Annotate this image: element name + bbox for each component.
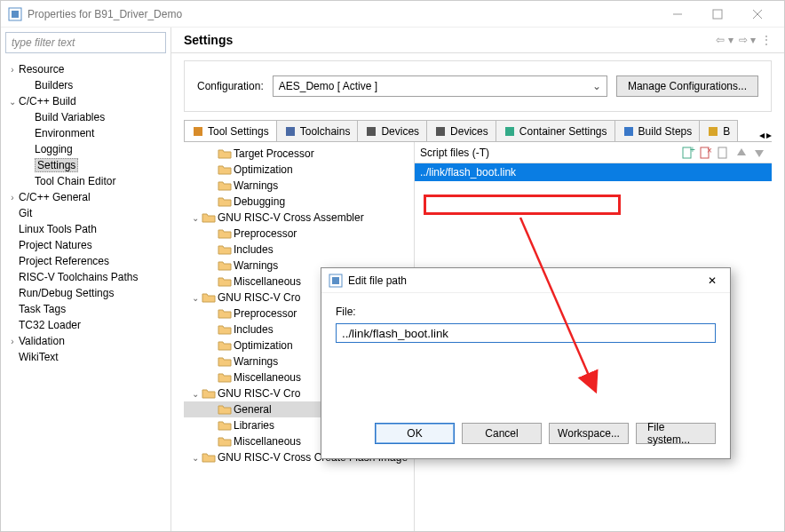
tab-build-steps[interactable]: Build Steps [615, 120, 701, 141]
setting-label: Miscellaneous [234, 435, 301, 448]
svg-text:×: × [707, 146, 712, 155]
properties-window: Properties for B91_Driver_Demo type filt… [0, 0, 785, 532]
nav-item-builders[interactable]: Builders [1, 77, 170, 93]
setting-label: Miscellaneous [234, 275, 301, 288]
tab-label: Devices [450, 125, 488, 138]
move-up-icon[interactable] [734, 146, 749, 160]
expand-icon[interactable]: ⌄ [6, 97, 19, 107]
workspace-button[interactable]: Workspace... [549, 423, 629, 444]
nav-item-label: Builders [35, 79, 73, 91]
expand-icon[interactable]: ⌄ [189, 213, 202, 223]
svg-rect-3 [713, 10, 722, 19]
svg-rect-10 [505, 127, 514, 136]
nav-item-build-variables[interactable]: Build Variables [1, 109, 170, 125]
steps-icon [622, 125, 635, 138]
dialog-close-button[interactable]: ✕ [702, 274, 723, 287]
nav-item-label: Environment [35, 127, 94, 139]
tab-label: Tool Settings [208, 125, 269, 138]
nav-item-settings[interactable]: Settings [1, 157, 170, 173]
setting-debugging[interactable]: Debugging [184, 194, 414, 210]
tab-label: B [723, 125, 730, 138]
tab-label: Container Settings [519, 125, 607, 138]
tab-tool-settings[interactable]: Tool Settings [184, 120, 277, 141]
svg-rect-6 [194, 127, 202, 136]
tab-container-settings[interactable]: Container Settings [496, 120, 615, 141]
nav-item-label: Run/Debug Settings [19, 287, 114, 299]
nav-item-tc32-loader[interactable]: TC32 Loader [1, 317, 170, 333]
configuration-label: Configuration: [197, 80, 264, 92]
configuration-value: AES_Demo [ Active ] [279, 80, 377, 92]
setting-target-processor[interactable]: Target Processor [184, 146, 414, 162]
nav-item-project-references[interactable]: Project References [1, 253, 170, 269]
maximize-button[interactable] [697, 2, 737, 27]
expand-icon[interactable]: ⌄ [189, 389, 202, 399]
file-path-input[interactable] [336, 323, 716, 343]
tab-devices[interactable]: Devices [426, 120, 496, 141]
filesystem-button[interactable]: File system... [636, 423, 716, 444]
svg-text:+: + [690, 146, 695, 155]
nav-item-project-natures[interactable]: Project Natures [1, 237, 170, 253]
expand-icon[interactable]: ⌄ [189, 293, 202, 303]
expand-icon[interactable]: › [6, 193, 19, 202]
script-files-title: Script files (-T) [420, 147, 681, 159]
manage-configurations-button[interactable]: Manage Configurations... [616, 75, 758, 97]
setting-optimization[interactable]: Optimization [184, 162, 414, 178]
expand-icon[interactable]: › [6, 337, 19, 346]
setting-label: Preprocessor [234, 227, 297, 240]
configuration-select[interactable]: AES_Demo [ Active ] ⌄ [273, 75, 607, 97]
minimize-button[interactable] [657, 2, 697, 27]
nav-item-wikitext[interactable]: WikiText [1, 349, 170, 365]
nav-item-logging[interactable]: Logging [1, 141, 170, 157]
nav-back-icon[interactable]: ⇦ ▾ [716, 34, 733, 46]
menu-icon[interactable]: ⋮ [761, 34, 772, 46]
nav-item-validation[interactable]: ›Validation [1, 333, 170, 349]
nav-item-environment[interactable]: Environment [1, 125, 170, 141]
expand-icon[interactable]: ⌄ [189, 453, 202, 463]
nav-item-label: Resource [19, 63, 64, 75]
setting-label: Preprocessor [234, 307, 297, 320]
nav-item-label: Project Natures [19, 239, 92, 251]
setting-label: Miscellaneous [234, 371, 301, 384]
nav-item-resource[interactable]: ›Resource [1, 61, 170, 77]
remove-icon[interactable]: × [699, 146, 713, 160]
nav-item-c-c-general[interactable]: ›C/C++ General [1, 189, 170, 205]
tab-scroll-left-icon[interactable]: ◂ [759, 129, 765, 141]
setting-label: Includes [234, 243, 274, 256]
nav-item-label: Task Tags [19, 303, 66, 315]
setting-label: GNU RISC-V Cro [218, 387, 300, 400]
tab-b[interactable]: B [699, 120, 738, 141]
nav-fwd-icon[interactable]: ⇨ ▾ [739, 34, 756, 46]
expand-icon[interactable]: › [6, 65, 19, 75]
cancel-button[interactable]: Cancel [462, 423, 542, 444]
nav-item-run-debug-settings[interactable]: Run/Debug Settings [1, 285, 170, 301]
script-file-item[interactable]: ../link/flash_boot.link [415, 163, 772, 181]
nav-item-label: Tool Chain Editor [35, 175, 115, 187]
nav-item-git[interactable]: Git [1, 205, 170, 221]
nav-item-label: TC32 Loader [19, 319, 81, 331]
tab-label: Devices [381, 125, 419, 138]
setting-gnu-risc-v-cross-assembler[interactable]: ⌄GNU RISC-V Cross Assembler [184, 210, 414, 226]
nav-item-task-tags[interactable]: Task Tags [1, 301, 170, 317]
nav-item-linux-tools-path[interactable]: Linux Tools Path [1, 221, 170, 237]
tab-toolchains[interactable]: Toolchains [276, 120, 359, 141]
move-down-icon[interactable] [752, 146, 766, 160]
setting-preprocessor[interactable]: Preprocessor [184, 226, 414, 242]
setting-warnings[interactable]: Warnings [184, 178, 414, 194]
tab-devices[interactable]: Devices [357, 120, 427, 141]
close-button[interactable] [737, 2, 777, 27]
tab-label: Build Steps [638, 125, 693, 138]
setting-label: Optimization [234, 163, 293, 176]
add-icon[interactable]: + [681, 146, 695, 160]
setting-label: Libraries [234, 419, 274, 432]
tab-scroll-right-icon[interactable]: ▸ [766, 129, 772, 141]
ok-button[interactable]: OK [375, 423, 455, 444]
setting-includes[interactable]: Includes [184, 242, 414, 258]
svg-rect-7 [286, 127, 295, 136]
nav-item-c-c-build[interactable]: ⌄C/C++ Build [1, 93, 170, 109]
edit-icon[interactable] [717, 146, 731, 160]
edit-file-path-dialog: Edit file path ✕ File: OK Cancel Workspa… [321, 267, 731, 459]
filter-input[interactable]: type filter text [5, 32, 166, 53]
nav-item-risc-v-toolchains-paths[interactable]: RISC-V Toolchains Paths [1, 269, 170, 285]
nav-item-tool-chain-editor[interactable]: Tool Chain Editor [1, 173, 170, 189]
nav-tree[interactable]: ›ResourceBuilders⌄C/C++ BuildBuild Varia… [1, 58, 170, 531]
